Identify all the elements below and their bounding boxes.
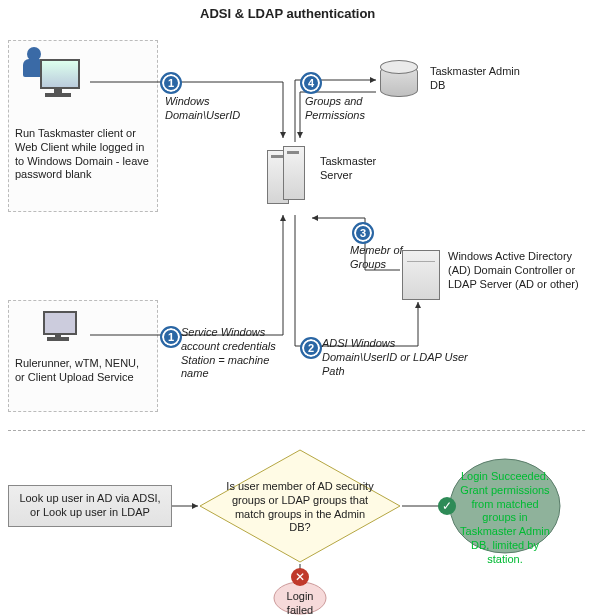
flow-arrows xyxy=(0,0,593,440)
fail-text: Login failed xyxy=(282,590,318,615)
step-3-badge: 3 xyxy=(352,222,374,244)
success-text: Login Succeeded. Grant permissions from … xyxy=(458,470,552,566)
step-3-text: Memebr of Groups xyxy=(350,244,410,272)
step-1-text: Windows Domain\UserID xyxy=(165,95,250,123)
lookup-box: Look up user in AD via ADSI, or Look up … xyxy=(8,485,172,527)
step-4-badge: 4 xyxy=(300,72,322,94)
decision-text: Is user member of AD security groups or … xyxy=(225,480,375,535)
step-2-badge: 2 xyxy=(300,337,322,359)
step-1-badge: 1 xyxy=(160,72,182,94)
fail-icon: ✕ xyxy=(291,568,309,586)
step-1b-badge: 1 xyxy=(160,326,182,348)
step-4-text: Groups and Permissions xyxy=(305,95,377,123)
success-icon: ✓ xyxy=(438,497,456,515)
step-1b-text: Service Windows account credentials Stat… xyxy=(181,326,291,381)
step-2-text: ADSI Windows Domain\UserID or LDAP User … xyxy=(322,337,472,378)
